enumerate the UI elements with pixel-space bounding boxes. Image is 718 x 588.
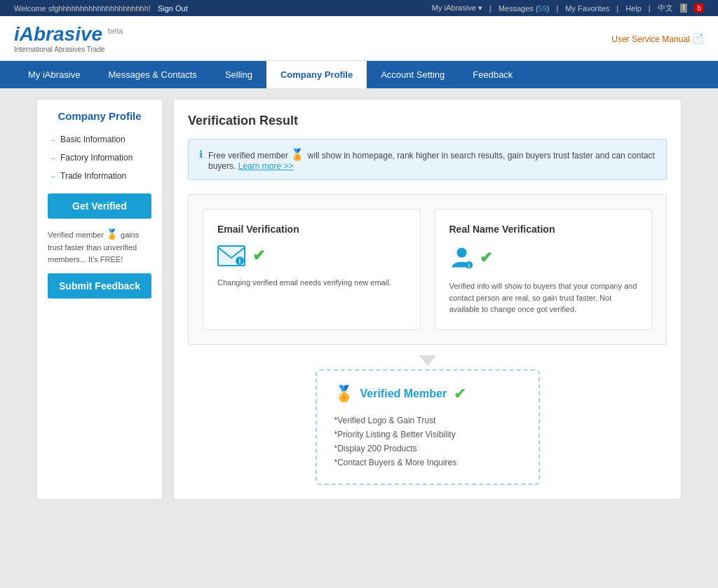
perk-item: *Verified Logo & Gain Trust: [334, 413, 521, 428]
verified-badge-icon: 🏅: [334, 385, 353, 403]
arrow-icon: →: [49, 136, 56, 144]
nav-item-messages[interactable]: Messages & Contacts: [94, 61, 210, 88]
arrow-icon: →: [49, 172, 56, 180]
nav-item-feedback[interactable]: Feedback: [459, 61, 527, 88]
verified-perks-list: *Verified Logo & Gain Trust *Priority Li…: [334, 413, 521, 470]
info-box: ℹ Free verified member 🏅 will show in ho…: [188, 139, 667, 180]
top-bar-left: Welcome sfghhhhhhhhhhhhhhhhhhhhh! Sign O…: [14, 4, 188, 13]
sign-out-link[interactable]: Sign Out: [158, 4, 188, 13]
real-name-verif-icons: i ✔: [449, 245, 638, 270]
my-favorites-link[interactable]: My Favorites: [565, 4, 609, 13]
verified-member-title: Verified Member: [360, 388, 447, 400]
my-iabrasive-link[interactable]: My iAbrasive ▾: [432, 4, 482, 13]
top-bar: Welcome sfghhhhhhhhhhhhhhhhhhhhh! Sign O…: [0, 0, 718, 16]
content-area: Company Profile → Basic Information → Fa…: [22, 88, 696, 510]
verified-member-box: 🏅 Verified Member ✔ *Verified Logo & Gai…: [316, 369, 540, 485]
svg-text:i: i: [239, 257, 241, 265]
pdf-icon: 📄: [692, 33, 704, 44]
logo: iAbrasive beta: [14, 23, 123, 46]
learn-more-link[interactable]: Learn more >>: [238, 161, 294, 171]
nav-item-my-iabrasive[interactable]: My iAbrasive: [14, 61, 94, 88]
messages-link[interactable]: Messages (59): [499, 4, 550, 13]
verified-check-icon: ✔: [454, 385, 466, 403]
sidebar-verified-text: Verified member 🏅 gains trust faster tha…: [48, 227, 151, 265]
badge-icon: 🏅: [106, 228, 121, 240]
info-icon: ℹ: [199, 149, 203, 160]
main-content: Verification Result ℹ Free verified memb…: [173, 99, 682, 500]
lang-link[interactable]: 中文: [658, 3, 673, 13]
svg-text:i: i: [468, 262, 469, 269]
sidebar-item-trade-info[interactable]: → Trade Information: [48, 167, 151, 185]
perk-item: *Display 200 Products: [334, 442, 521, 456]
main-nav: My iAbrasive Messages & Contacts Selling…: [0, 61, 718, 88]
real-name-verification-card: Real Name Verification i ✔ Verified info…: [435, 209, 653, 330]
top-bar-right: My iAbrasive ▾ | Messages (59) | My Favo…: [432, 3, 704, 13]
real-name-verif-desc: Verified info will show to buyers that y…: [449, 280, 638, 315]
email-verif-title: Email Verification: [217, 224, 406, 235]
email-icon: i: [217, 245, 245, 266]
email-verification-card: Email Verification i ✔ Changing verified…: [203, 209, 421, 330]
email-check-icon: ✔: [252, 247, 265, 265]
perk-item: *Contact Buyers & More Inquires: [334, 456, 521, 470]
verification-cards: Email Verification i ✔ Changing verified…: [188, 194, 667, 345]
page-title: Verification Result: [188, 114, 667, 128]
social-icon-2: b: [694, 4, 704, 13]
sidebar-title: Company Profile: [48, 110, 151, 122]
real-name-check-icon: ✔: [480, 249, 492, 267]
welcome-text: Welcome sfghhhhhhhhhhhhhhhhhhhhh!: [14, 4, 151, 13]
svg-point-3: [456, 248, 466, 258]
real-name-verif-title: Real Name Verification: [449, 224, 638, 235]
arrow-down-icon: [419, 355, 436, 366]
sidebar: Company Profile → Basic Information → Fa…: [36, 99, 163, 500]
get-verified-button[interactable]: Get Verified: [48, 193, 151, 219]
email-verif-icons: i ✔: [217, 245, 406, 266]
arrow-icon: →: [49, 154, 56, 162]
nav-item-selling[interactable]: Selling: [211, 61, 266, 88]
user-service-manual-link[interactable]: User Service Manual 📄: [611, 33, 704, 44]
sidebar-item-basic-info[interactable]: → Basic Information: [48, 130, 151, 149]
perk-item: *Priority Listing & Better Visibility: [334, 428, 521, 442]
nav-item-company-profile[interactable]: Company Profile: [266, 61, 367, 88]
help-link[interactable]: Help: [625, 4, 642, 13]
arrow-down-container: [188, 355, 667, 366]
social-icon-1: f: [680, 4, 688, 13]
header: iAbrasive beta International Abrasives T…: [0, 16, 718, 61]
logo-area: iAbrasive beta International Abrasives T…: [14, 23, 123, 53]
logo-subtitle: International Abrasives Trade: [14, 46, 123, 53]
submit-feedback-button[interactable]: Submit Feedback: [48, 273, 151, 299]
verified-member-header: 🏅 Verified Member ✔: [334, 385, 521, 403]
nav-item-account-setting[interactable]: Account Setting: [367, 61, 459, 88]
person-icon: i: [449, 245, 474, 270]
info-text: Free verified member 🏅 will show in home…: [208, 148, 656, 171]
badge-blue-icon: 🏅: [290, 149, 307, 160]
sidebar-item-factory-info[interactable]: → Factory Information: [48, 149, 151, 167]
email-verif-desc: Changing verified email needs verifying …: [217, 277, 406, 289]
